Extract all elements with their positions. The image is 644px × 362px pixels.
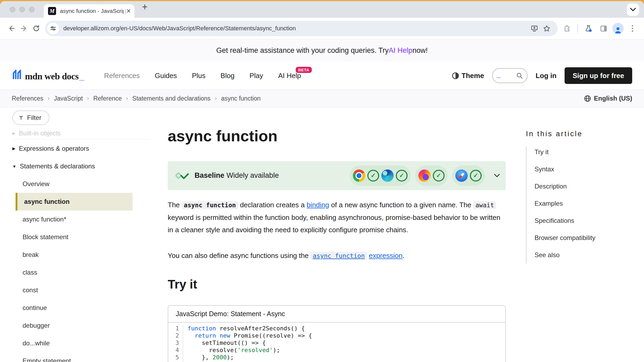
sidebar-item-block-statement[interactable]: Block statement (12, 228, 150, 246)
signup-button[interactable]: Sign up for free (565, 67, 632, 84)
tab-search-chevron-button[interactable] (627, 3, 639, 16)
breadcrumb-separator: › (126, 95, 128, 102)
await-code-chip: await (473, 201, 496, 209)
forward-button[interactable] (18, 22, 30, 35)
bookmark-star-icon[interactable] (540, 22, 553, 35)
baseline-icon (175, 172, 189, 180)
mdn-logo[interactable]: mdn web docs _ (12, 70, 84, 82)
reload-button[interactable] (30, 22, 42, 35)
expression-link[interactable]: expression (369, 252, 403, 260)
sidebar-section-statements[interactable]: ▼ Statements & declarations (12, 157, 150, 175)
mdn-wordmark: mdn web docs (25, 71, 79, 82)
profile-avatar[interactable] (612, 23, 624, 34)
breadcrumb-current: async function (221, 95, 261, 102)
breadcrumb-reference[interactable]: Reference (93, 95, 122, 102)
expression-paragraph: You can also define async functions usin… (168, 249, 506, 262)
baseline-status-text: BaselineWidely available (195, 171, 279, 180)
baseline-expand-chevron[interactable] (494, 174, 500, 177)
sidebar-item-empty-statement[interactable]: Empty statement (12, 352, 150, 362)
toc-item-specifications[interactable]: Specifications (535, 217, 644, 224)
sidebar: Filter ▶ Built-in objects ▶ Expressions … (0, 107, 150, 362)
async-function-expression-code-link[interactable]: async function (310, 252, 367, 260)
sidebar-section-expressions[interactable]: ▶ Expressions & operators (12, 140, 150, 157)
promo-ai-help-link[interactable]: AI Help (389, 46, 412, 55)
extensions-icon[interactable] (561, 22, 573, 35)
edge-icon (381, 169, 394, 182)
nav-plus[interactable]: Plus (192, 72, 206, 80)
mdn-favicon-icon: M (48, 7, 56, 15)
mdn-logo-underscore: _ (79, 71, 84, 82)
tab-strip: M async function - JavaScript | × + (0, 1, 644, 18)
nav-blog[interactable]: Blog (221, 72, 235, 80)
toolbar-separator (577, 24, 578, 33)
tab-close-icon[interactable]: × (126, 8, 131, 15)
install-icon[interactable] (528, 22, 540, 35)
line-number: 6 (168, 361, 183, 362)
chrome-supported-check-icon: ✓ (367, 170, 379, 182)
chevron-right-icon: ▶ (12, 146, 16, 151)
sidebar-section-built-in-objects[interactable]: ▶ Built-in objects (12, 128, 150, 139)
sidebar-item-async-function-active[interactable]: async function (16, 193, 133, 210)
demo-code-editor[interactable]: 1 function resolveAfter2Seconds() { 2 re… (168, 323, 505, 362)
firefox-icon (418, 169, 431, 182)
nav-play[interactable]: Play (250, 72, 263, 80)
url-text[interactable]: developer.allizom.org/en-US/docs/Web/Jav… (63, 25, 528, 32)
sidebar-item-const[interactable]: const (12, 281, 150, 299)
sidebar-item-class[interactable]: class (12, 264, 150, 281)
toc-item-see-also[interactable]: See also (535, 252, 644, 258)
firefox-supported-check-icon: ✓ (433, 170, 445, 182)
address-bar[interactable]: developer.allizom.org/en-US/docs/Web/Jav… (45, 21, 558, 36)
code-line: 5 }, 2000); (168, 354, 505, 361)
experiments-flask-icon[interactable] (582, 22, 595, 35)
theme-switcher[interactable]: Theme (452, 72, 484, 80)
sidebar-item-break[interactable]: break (12, 246, 150, 264)
language-switcher[interactable]: English (US) (584, 95, 632, 102)
sidebar-item-async-function-star[interactable]: async function* (12, 210, 150, 228)
demo-header: JavaScript Demo: Statement - Async (168, 306, 505, 323)
try-it-heading: Try it (168, 277, 506, 292)
chevron-right-icon: ▶ (12, 131, 16, 136)
new-tab-button[interactable]: + (142, 2, 148, 12)
chrome-edge-pill: ✓ ✓ (350, 165, 411, 186)
breadcrumb-statements[interactable]: Statements and declarations (132, 95, 211, 102)
side-panel-icon[interactable] (597, 22, 610, 35)
sidebar-item-overview[interactable]: Overview (12, 175, 150, 193)
nav-guides[interactable]: Guides (155, 72, 177, 80)
filter-button[interactable]: Filter (12, 110, 49, 125)
code-line: 6 }); (168, 361, 505, 362)
login-link[interactable]: Log in (536, 72, 557, 80)
nav-ai-help[interactable]: AI HelpBETA (278, 72, 301, 80)
binding-link[interactable]: binding (307, 201, 329, 209)
toc-title: In this article (526, 130, 644, 138)
breadcrumb-references[interactable]: References (12, 95, 43, 102)
promo-text-before: Get real-time assistance with your codin… (216, 46, 389, 55)
toc-item-syntax[interactable]: Syntax (535, 166, 644, 172)
window-close-button[interactable] (10, 7, 15, 12)
tab-title: async function - JavaScript (60, 8, 123, 14)
sidebar-item-debugger[interactable]: debugger (12, 317, 150, 334)
site-info-icon[interactable] (47, 23, 59, 34)
window-minimize-button[interactable] (19, 7, 25, 12)
breadcrumb-javascript[interactable]: JavaScript (54, 95, 83, 102)
breadcrumb-separator: › (87, 95, 89, 102)
main-nav: References Guides Plus Blog Play AI Help… (104, 72, 301, 80)
nav-references[interactable]: References (104, 72, 140, 80)
toc-item-examples[interactable]: Examples (535, 200, 644, 207)
browser-menu-icon[interactable] (626, 22, 639, 35)
toc-item-browser-compatibility[interactable]: Browser compatibility (535, 235, 644, 241)
browser-window: M async function - JavaScript | × + deve… (0, 1, 644, 362)
sidebar-item-continue[interactable]: continue (12, 299, 150, 317)
search-placeholder: _ (497, 71, 501, 79)
window-controls (10, 7, 35, 12)
toc-item-try-it[interactable]: Try it (535, 149, 644, 155)
window-maximize-button[interactable] (29, 7, 35, 12)
sidebar-item-do-while[interactable]: do...while (12, 334, 150, 352)
back-button[interactable] (5, 22, 18, 35)
code-line: 4 resolve('resolved'); (168, 346, 505, 354)
header-right: Theme _ Log in Sign up for free (452, 67, 632, 84)
promo-text-after: now! (412, 46, 428, 55)
search-input[interactable]: _ (492, 68, 528, 83)
toc-item-description[interactable]: Description (535, 183, 644, 190)
code-line: 2 return new Promise((resolve) => { (168, 332, 505, 339)
browser-tab[interactable]: M async function - JavaScript | × (44, 4, 134, 18)
